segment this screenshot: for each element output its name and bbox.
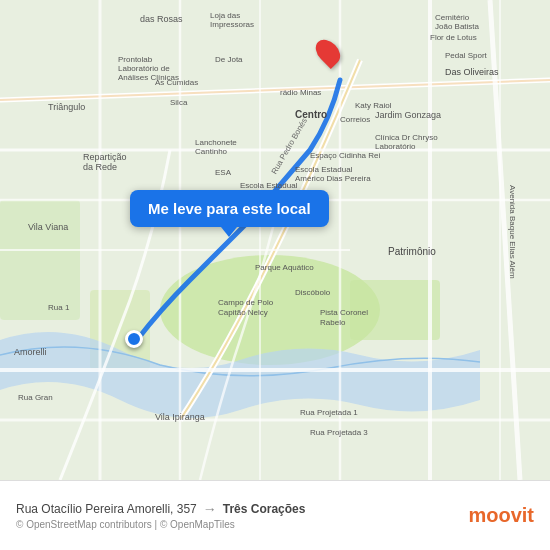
svg-text:Prontolab: Prontolab <box>118 55 153 64</box>
svg-text:das Rosas: das Rosas <box>140 14 183 24</box>
svg-text:Lanchonete: Lanchonete <box>195 138 237 147</box>
svg-text:Escola Estadual: Escola Estadual <box>295 165 353 174</box>
svg-text:Silca: Silca <box>170 98 188 107</box>
svg-text:Avenida Baque Elias Além: Avenida Baque Elias Além <box>508 185 517 279</box>
svg-text:Cantinho: Cantinho <box>195 147 228 156</box>
map-container: das Rosas Loja das Impressoras Prontolab… <box>0 0 550 480</box>
footer-left: Rua Otacílio Pereira Amorelli, 357 → Trê… <box>16 501 468 530</box>
svg-text:Rua Projetada 3: Rua Projetada 3 <box>310 428 368 437</box>
svg-text:Correios: Correios <box>340 115 370 124</box>
svg-text:Pedal Sport: Pedal Sport <box>445 51 488 60</box>
svg-rect-3 <box>0 200 80 320</box>
svg-text:Capitão Nelcy: Capitão Nelcy <box>218 308 268 317</box>
origin-label: Rua Otacílio Pereira Amorelli, 357 <box>16 502 197 516</box>
svg-text:Amorelli: Amorelli <box>14 347 47 357</box>
svg-text:rádio Minas: rádio Minas <box>280 88 321 97</box>
svg-text:Clínica Dr Chryso: Clínica Dr Chryso <box>375 133 438 142</box>
svg-text:Espaço Cidinha Rei: Espaço Cidinha Rei <box>310 151 380 160</box>
svg-text:ESA: ESA <box>215 168 232 177</box>
moovit-logo: moovit <box>468 504 534 527</box>
svg-text:da Rede: da Rede <box>83 162 117 172</box>
svg-text:Cemitério: Cemitério <box>435 13 470 22</box>
svg-text:Pista Coronel: Pista Coronel <box>320 308 368 317</box>
origin-pin <box>125 330 143 348</box>
origin-marker <box>125 330 143 348</box>
svg-text:Repartição: Repartição <box>83 152 127 162</box>
svg-text:Rua Gran: Rua Gran <box>18 393 53 402</box>
svg-text:Rua Projetada 1: Rua Projetada 1 <box>300 408 358 417</box>
moovit-logo-text: moovit <box>468 504 534 527</box>
svg-text:As Cumidas: As Cumidas <box>155 78 198 87</box>
svg-text:Rabelo: Rabelo <box>320 318 346 327</box>
callout-text: Me leve para este local <box>148 200 311 217</box>
svg-text:De Jota: De Jota <box>215 55 243 64</box>
map-attribution: © OpenStreetMap contributors | © OpenMap… <box>16 519 468 530</box>
route-arrow: → <box>203 501 217 517</box>
svg-text:Laboratório de: Laboratório de <box>118 64 170 73</box>
navigation-callout[interactable]: Me leve para este local <box>130 190 329 227</box>
destination-label: Três Corações <box>223 502 306 516</box>
svg-text:Vila Ipiranga: Vila Ipiranga <box>155 412 205 422</box>
footer-route: Rua Otacílio Pereira Amorelli, 357 → Trê… <box>16 501 468 517</box>
svg-text:Triângulo: Triângulo <box>48 102 85 112</box>
destination-marker <box>318 38 338 66</box>
footer-bar: Rua Otacílio Pereira Amorelli, 357 → Trê… <box>0 480 550 550</box>
svg-text:João Batista: João Batista <box>435 22 480 31</box>
svg-text:Parque Aquático: Parque Aquático <box>255 263 314 272</box>
svg-text:Flor de Lotus: Flor de Lotus <box>430 33 477 42</box>
svg-text:Das Oliveiras: Das Oliveiras <box>445 67 499 77</box>
svg-text:Katy Raiol: Katy Raiol <box>355 101 392 110</box>
svg-text:Impressoras: Impressoras <box>210 20 254 29</box>
svg-text:Discóbolo: Discóbolo <box>295 288 331 297</box>
svg-text:Américo Dias Pereira: Américo Dias Pereira <box>295 174 371 183</box>
svg-text:Campo de Polo: Campo de Polo <box>218 298 274 307</box>
svg-text:Vila Viana: Vila Viana <box>28 222 68 232</box>
svg-text:Patrimônio: Patrimônio <box>388 246 436 257</box>
moovit-branding: moovit <box>468 504 534 527</box>
svg-text:Loja das: Loja das <box>210 11 240 20</box>
svg-text:Laboratório: Laboratório <box>375 142 416 151</box>
svg-text:Jardim Gonzaga: Jardim Gonzaga <box>375 110 441 120</box>
svg-text:Escola Estadual: Escola Estadual <box>240 181 298 190</box>
svg-text:Rua 1: Rua 1 <box>48 303 70 312</box>
